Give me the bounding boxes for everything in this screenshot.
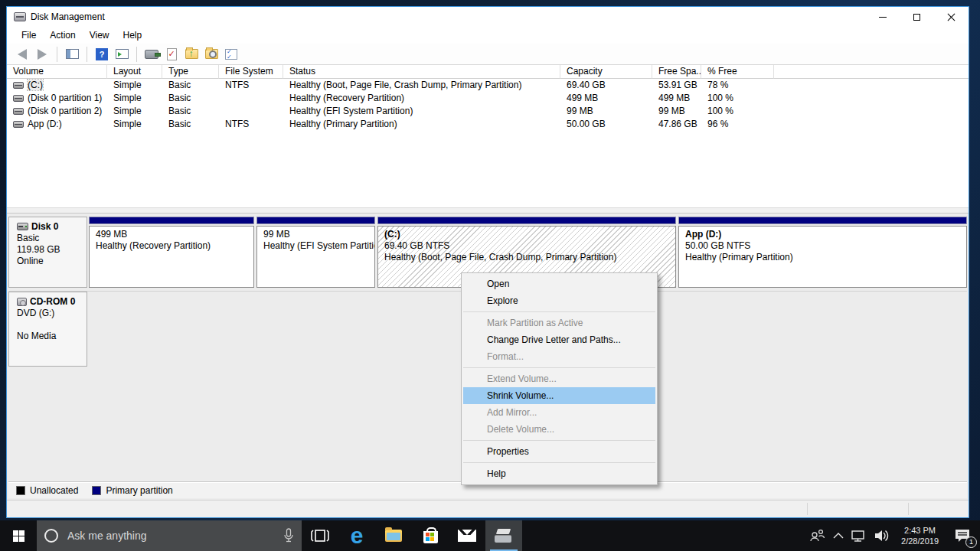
refresh-button[interactable] <box>164 47 179 62</box>
partition-efi[interactable]: 99 MB Healthy (EFI System Partitio <box>256 217 375 288</box>
volume-type: Basic <box>162 105 219 118</box>
primary-partition-swatch <box>92 486 101 495</box>
disk-management-taskbar-icon <box>495 529 513 543</box>
close-button[interactable] <box>934 7 969 27</box>
action-pane-button[interactable] <box>114 47 129 62</box>
properties-button[interactable] <box>224 47 239 62</box>
status-bar <box>7 500 969 517</box>
column-header-layout[interactable]: Layout <box>107 65 162 79</box>
partition-recovery[interactable]: 499 MB Healthy (Recovery Partition) <box>89 217 254 288</box>
taskbar-clock[interactable]: 2:43 PM 2/28/2019 <box>897 525 943 546</box>
microphone-icon[interactable] <box>283 528 294 543</box>
column-header-pct-free[interactable]: % Free <box>701 65 774 79</box>
menu-item-shrink-volume[interactable]: Shrink Volume... <box>463 387 655 404</box>
partition-status: Healthy (Boot, Page File, Crash Dump, Pr… <box>384 252 669 263</box>
menu-action[interactable]: Action <box>43 28 82 43</box>
volume-icon[interactable] <box>874 529 890 543</box>
table-row[interactable]: App (D:) Simple Basic NTFS Healthy (Prim… <box>7 118 969 131</box>
legend-label: Primary partition <box>106 485 172 496</box>
search-input[interactable]: Ask me anything <box>37 520 302 551</box>
up-level-button[interactable] <box>184 47 199 62</box>
taskbar-store-button[interactable] <box>412 520 449 551</box>
legend-primary-partition: Primary partition <box>92 485 172 496</box>
volume-status: Healthy (Boot, Page File, Crash Dump, Pr… <box>283 79 560 92</box>
clock-time: 2:43 PM <box>901 525 939 536</box>
menu-item-properties[interactable]: Properties <box>462 443 657 460</box>
menu-item-open[interactable]: Open <box>462 276 657 292</box>
menu-item-format: Format... <box>462 348 657 365</box>
column-header-status[interactable]: Status <box>283 65 560 79</box>
partition-size: 99 MB <box>263 229 368 240</box>
back-button[interactable] <box>15 47 30 62</box>
menu-item-change-drive-letter[interactable]: Change Drive Letter and Paths... <box>462 331 657 348</box>
volume-name: App (D:) <box>28 119 62 129</box>
volume-fs: NTFS <box>219 118 283 131</box>
chevron-up-icon[interactable] <box>832 532 844 540</box>
windows-logo-icon <box>13 530 24 542</box>
forward-button[interactable] <box>34 47 50 62</box>
partition-status: Healthy (EFI System Partitio <box>263 240 368 252</box>
partition-app-d[interactable]: App (D:) 50.00 GB NTFS Healthy (Primary … <box>678 217 967 288</box>
menu-help[interactable]: Help <box>116 28 149 43</box>
volume-icon <box>13 95 24 102</box>
volume-status: Healthy (Primary Partition) <box>283 118 560 131</box>
table-row[interactable]: (Disk 0 partition 1) Simple Basic Health… <box>7 92 969 105</box>
volume-pct-free: 100 % <box>701 105 774 118</box>
file-explorer-icon <box>385 530 402 542</box>
menu-file[interactable]: File <box>15 28 43 43</box>
cortana-icon <box>44 529 58 543</box>
task-view-icon <box>310 529 330 543</box>
volume-icon <box>13 121 24 128</box>
document-check-icon <box>167 48 177 60</box>
volume-name: (Disk 0 partition 1) <box>28 93 102 103</box>
taskbar-edge-button[interactable]: e <box>338 520 375 551</box>
forward-arrow-icon <box>38 49 47 60</box>
volume-status: Healthy (Recovery Partition) <box>283 92 560 105</box>
action-center-button[interactable]: 1 <box>949 524 975 547</box>
table-row[interactable]: (C:) Simple Basic NTFS Healthy (Boot, Pa… <box>7 79 969 92</box>
legend-label: Unallocated <box>30 485 78 496</box>
volume-capacity: 499 MB <box>560 92 652 105</box>
legend-unallocated: Unallocated <box>16 485 78 496</box>
menu-view[interactable]: View <box>83 28 116 43</box>
disk-state: Online <box>17 256 87 267</box>
volume-pct-free: 96 % <box>701 118 774 131</box>
column-header-free-space[interactable]: Free Spa... <box>652 65 701 79</box>
rescan-disks-button[interactable] <box>144 47 159 62</box>
search-placeholder: Ask me anything <box>67 530 274 542</box>
start-button[interactable] <box>0 520 37 551</box>
menu-item-explore[interactable]: Explore <box>462 292 657 309</box>
help-icon: ? <box>96 48 108 60</box>
column-header-type[interactable]: Type <box>162 65 219 79</box>
taskbar-disk-management-button[interactable] <box>485 520 522 551</box>
minimize-button[interactable] <box>865 7 900 27</box>
task-view-button[interactable] <box>302 520 338 551</box>
browse-button[interactable] <box>204 47 219 62</box>
volume-free: 47.86 GB <box>652 118 701 131</box>
console-tree-button[interactable] <box>64 47 80 62</box>
partition-color-bar <box>256 217 375 224</box>
toolbar-separator <box>136 47 137 62</box>
volume-layout: Simple <box>107 118 162 131</box>
menu-item-help[interactable]: Help <box>462 465 657 482</box>
column-header-volume[interactable]: Volume <box>7 65 107 79</box>
partition-status: Healthy (Recovery Partition) <box>96 240 247 252</box>
partition-size: 50.00 GB NTFS <box>685 240 960 252</box>
cdrom-header[interactable]: CD-ROM 0 DVD (G:) No Media <box>8 292 87 367</box>
pane-splitter[interactable] <box>7 207 969 214</box>
disk0-header[interactable]: Disk 0 Basic 119.98 GB Online <box>8 217 87 288</box>
maximize-button[interactable] <box>900 7 934 27</box>
table-row[interactable]: (Disk 0 partition 2) Simple Basic Health… <box>7 105 969 118</box>
title-bar[interactable]: Disk Management <box>7 7 969 27</box>
column-header-capacity[interactable]: Capacity <box>560 65 652 79</box>
volume-list: Volume Layout Type File System Status Ca… <box>7 65 969 207</box>
people-icon[interactable] <box>809 529 826 543</box>
network-icon[interactable] <box>851 529 867 543</box>
taskbar-file-explorer-button[interactable] <box>375 520 412 551</box>
minimize-icon <box>879 17 887 18</box>
taskbar-mail-button[interactable] <box>449 520 485 551</box>
volume-fs <box>219 92 283 105</box>
help-button[interactable]: ? <box>94 47 109 62</box>
folder-up-icon <box>185 49 198 59</box>
column-header-file-system[interactable]: File System <box>219 65 283 79</box>
